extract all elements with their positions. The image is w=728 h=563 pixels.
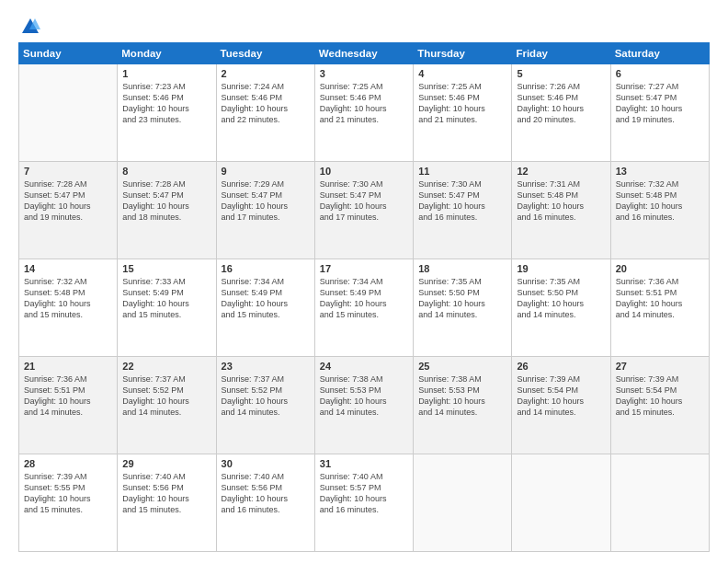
calendar-cell: 22Sunrise: 7:37 AMSunset: 5:52 PMDayligh… [118,357,216,454]
cell-info: Sunrise: 7:36 AMSunset: 5:51 PMDaylight:… [616,276,704,321]
calendar-week-4: 21Sunrise: 7:36 AMSunset: 5:51 PMDayligh… [19,357,710,454]
cell-info: Sunrise: 7:29 AMSunset: 5:47 PMDaylight:… [222,178,310,224]
day-number: 16 [222,263,310,274]
calendar-cell: 2Sunrise: 7:24 AMSunset: 5:46 PMDaylight… [216,64,314,162]
header-friday: Friday [512,43,610,64]
cell-info: Sunrise: 7:32 AMSunset: 5:48 PMDaylight:… [616,178,704,224]
day-number: 15 [122,263,210,274]
day-number: 30 [222,458,310,469]
day-number: 6 [616,68,704,79]
cell-info: Sunrise: 7:37 AMSunset: 5:52 PMDaylight:… [122,373,210,419]
cell-info: Sunrise: 7:38 AMSunset: 5:53 PMDaylight:… [418,373,506,419]
calendar-cell: 12Sunrise: 7:31 AMSunset: 5:48 PMDayligh… [512,162,610,259]
day-number: 21 [24,361,112,372]
cell-info: Sunrise: 7:36 AMSunset: 5:51 PMDaylight:… [24,373,112,419]
cell-info: Sunrise: 7:35 AMSunset: 5:50 PMDaylight:… [418,276,506,321]
logo-text [18,17,40,37]
calendar-cell [610,454,709,552]
day-number: 25 [418,361,506,372]
cell-info: Sunrise: 7:40 AMSunset: 5:56 PMDaylight:… [222,471,310,516]
cell-info: Sunrise: 7:34 AMSunset: 5:49 PMDaylight:… [222,276,310,321]
calendar-cell: 1Sunrise: 7:23 AMSunset: 5:46 PMDaylight… [118,64,216,162]
cell-info: Sunrise: 7:23 AMSunset: 5:46 PMDaylight:… [122,81,210,126]
day-number: 18 [418,263,506,274]
day-number: 8 [122,166,210,177]
day-number: 31 [320,458,408,469]
calendar-cell [414,454,512,552]
logo-icon [20,17,40,37]
calendar-cell: 9Sunrise: 7:29 AMSunset: 5:47 PMDaylight… [216,162,314,259]
day-number: 10 [320,166,408,177]
header [18,17,710,33]
cell-info: Sunrise: 7:40 AMSunset: 5:56 PMDaylight:… [122,471,210,516]
calendar-cell: 10Sunrise: 7:30 AMSunset: 5:47 PMDayligh… [314,162,413,259]
calendar-cell: 14Sunrise: 7:32 AMSunset: 5:48 PMDayligh… [19,259,118,357]
cell-info: Sunrise: 7:34 AMSunset: 5:49 PMDaylight:… [320,276,408,321]
calendar-cell: 4Sunrise: 7:25 AMSunset: 5:46 PMDaylight… [414,64,512,162]
cell-info: Sunrise: 7:40 AMSunset: 5:57 PMDaylight:… [320,471,408,516]
calendar-week-2: 7Sunrise: 7:28 AMSunset: 5:47 PMDaylight… [19,162,710,259]
header-thursday: Thursday [414,43,512,64]
cell-info: Sunrise: 7:30 AMSunset: 5:47 PMDaylight:… [418,178,506,224]
cell-info: Sunrise: 7:37 AMSunset: 5:52 PMDaylight:… [222,373,310,419]
day-number: 23 [222,361,310,372]
calendar-cell: 5Sunrise: 7:26 AMSunset: 5:46 PMDaylight… [512,64,610,162]
calendar-week-3: 14Sunrise: 7:32 AMSunset: 5:48 PMDayligh… [19,259,710,357]
day-number: 20 [616,263,704,274]
day-number: 22 [122,361,210,372]
header-monday: Monday [118,43,216,64]
calendar-cell: 21Sunrise: 7:36 AMSunset: 5:51 PMDayligh… [19,357,118,454]
calendar-cell: 30Sunrise: 7:40 AMSunset: 5:56 PMDayligh… [216,454,314,552]
calendar-cell: 20Sunrise: 7:36 AMSunset: 5:51 PMDayligh… [610,259,709,357]
logo [18,17,40,33]
header-tuesday: Tuesday [216,43,314,64]
header-sunday: Sunday [19,43,118,64]
day-number: 26 [517,361,605,372]
calendar-cell: 25Sunrise: 7:38 AMSunset: 5:53 PMDayligh… [414,357,512,454]
calendar-cell: 18Sunrise: 7:35 AMSunset: 5:50 PMDayligh… [414,259,512,357]
header-saturday: Saturday [610,43,709,64]
calendar-cell [19,64,118,162]
cell-info: Sunrise: 7:24 AMSunset: 5:46 PMDaylight:… [222,81,310,126]
cell-info: Sunrise: 7:27 AMSunset: 5:47 PMDaylight:… [616,81,704,126]
cell-info: Sunrise: 7:39 AMSunset: 5:54 PMDaylight:… [616,373,704,419]
day-number: 3 [320,68,408,79]
cell-info: Sunrise: 7:32 AMSunset: 5:48 PMDaylight:… [24,276,112,321]
cell-info: Sunrise: 7:28 AMSunset: 5:47 PMDaylight:… [122,178,210,224]
cell-info: Sunrise: 7:39 AMSunset: 5:55 PMDaylight:… [24,471,112,516]
calendar-cell [512,454,610,552]
calendar-cell: 15Sunrise: 7:33 AMSunset: 5:49 PMDayligh… [118,259,216,357]
day-number: 24 [320,361,408,372]
day-number: 29 [122,458,210,469]
cell-info: Sunrise: 7:39 AMSunset: 5:54 PMDaylight:… [517,373,605,419]
cell-info: Sunrise: 7:31 AMSunset: 5:48 PMDaylight:… [517,178,605,224]
day-number: 17 [320,263,408,274]
cell-info: Sunrise: 7:28 AMSunset: 5:47 PMDaylight:… [24,178,112,224]
calendar-cell: 31Sunrise: 7:40 AMSunset: 5:57 PMDayligh… [314,454,413,552]
day-number: 11 [418,166,506,177]
calendar-cell: 27Sunrise: 7:39 AMSunset: 5:54 PMDayligh… [610,357,709,454]
calendar-cell: 24Sunrise: 7:38 AMSunset: 5:53 PMDayligh… [314,357,413,454]
calendar-cell: 7Sunrise: 7:28 AMSunset: 5:47 PMDaylight… [19,162,118,259]
header-wednesday: Wednesday [314,43,413,64]
cell-info: Sunrise: 7:38 AMSunset: 5:53 PMDaylight:… [320,373,408,419]
calendar-week-5: 28Sunrise: 7:39 AMSunset: 5:55 PMDayligh… [19,454,710,552]
calendar-cell: 19Sunrise: 7:35 AMSunset: 5:50 PMDayligh… [512,259,610,357]
calendar-cell: 28Sunrise: 7:39 AMSunset: 5:55 PMDayligh… [19,454,118,552]
day-number: 2 [222,68,310,79]
day-number: 14 [24,263,112,274]
day-number: 12 [517,166,605,177]
calendar-week-1: 1Sunrise: 7:23 AMSunset: 5:46 PMDaylight… [19,64,710,162]
cell-info: Sunrise: 7:25 AMSunset: 5:46 PMDaylight:… [418,81,506,126]
cell-info: Sunrise: 7:26 AMSunset: 5:46 PMDaylight:… [517,81,605,126]
page: SundayMondayTuesdayWednesdayThursdayFrid… [0,0,728,563]
day-number: 1 [122,68,210,79]
calendar-cell: 26Sunrise: 7:39 AMSunset: 5:54 PMDayligh… [512,357,610,454]
calendar-cell: 3Sunrise: 7:25 AMSunset: 5:46 PMDaylight… [314,64,413,162]
day-number: 5 [517,68,605,79]
calendar-cell: 8Sunrise: 7:28 AMSunset: 5:47 PMDaylight… [118,162,216,259]
day-number: 28 [24,458,112,469]
day-number: 27 [616,361,704,372]
cell-info: Sunrise: 7:25 AMSunset: 5:46 PMDaylight:… [320,81,408,126]
calendar-cell: 16Sunrise: 7:34 AMSunset: 5:49 PMDayligh… [216,259,314,357]
